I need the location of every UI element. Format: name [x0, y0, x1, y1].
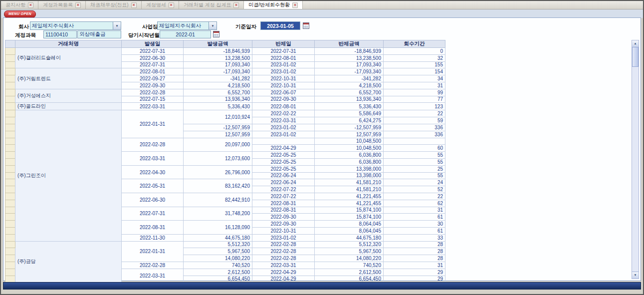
- occur-amount-cell[interactable]: 12,507,959: [184, 131, 252, 138]
- repay-date-cell[interactable]: 2022-05-25: [252, 152, 315, 159]
- repay-amount-cell[interactable]: 5,336,430: [315, 103, 384, 110]
- row-indicator[interactable]: [5, 54, 15, 61]
- repay-date-cell[interactable]: 2022-07-31: [252, 48, 315, 55]
- repay-date-cell[interactable]: 2022-02-28: [252, 255, 315, 262]
- collect-days-cell[interactable]: 29: [384, 269, 445, 276]
- repay-amount-cell[interactable]: 8,064,045: [315, 221, 384, 228]
- occur-amount-cell[interactable]: 740,520: [184, 262, 252, 269]
- collect-days-cell[interactable]: 28: [384, 255, 445, 262]
- repay-amount-cell[interactable]: 13,238,500: [315, 54, 384, 61]
- occur-amount-cell[interactable]: 20,097,000: [184, 138, 252, 152]
- row-indicator[interactable]: [5, 96, 15, 103]
- repay-amount-cell[interactable]: 8,064,045: [315, 227, 384, 234]
- tab-notice[interactable]: 공지사항 ×: [1, 1, 38, 9]
- collect-days-cell[interactable]: 61: [384, 227, 445, 234]
- tab-close-icon[interactable]: ×: [131, 2, 137, 8]
- row-indicator[interactable]: [5, 89, 15, 96]
- company-select[interactable]: 제일제지주식회사 ▼: [30, 21, 121, 30]
- repay-date-cell[interactable]: 2022-10-31: [252, 75, 315, 82]
- repay-amount-cell[interactable]: 41,581,210: [315, 179, 384, 186]
- collect-days-cell[interactable]: 31: [384, 262, 445, 269]
- scroll-up-icon[interactable]: ▲: [632, 40, 639, 47]
- collect-days-cell[interactable]: 336: [384, 124, 445, 131]
- occur-date-cell[interactable]: 2022-05-31: [122, 179, 184, 193]
- calendar-icon[interactable]: [213, 31, 219, 37]
- occur-date-cell[interactable]: 2022-03-31: [122, 103, 184, 110]
- repay-date-cell[interactable]: 2022-04-29: [252, 276, 315, 283]
- repay-date-cell[interactable]: 2023-01-02: [252, 68, 315, 75]
- repay-amount-cell[interactable]: -17,093,340: [315, 68, 384, 75]
- repay-amount-cell[interactable]: 6,654,450: [315, 276, 384, 283]
- row-indicator[interactable]: [5, 227, 15, 234]
- row-indicator[interactable]: [5, 61, 15, 68]
- repay-date-cell[interactable]: 2022-08-01: [252, 103, 315, 110]
- repay-date-cell[interactable]: 2022-03-31: [252, 117, 315, 124]
- repay-date-cell[interactable]: 2022-06-07: [252, 89, 315, 96]
- occur-amount-cell[interactable]: 44,675,180: [184, 234, 252, 241]
- row-indicator[interactable]: [5, 131, 15, 138]
- repay-date-cell[interactable]: 2022-09-30: [252, 96, 315, 103]
- repay-date-cell[interactable]: 2022-08-31: [252, 200, 315, 207]
- collect-days-cell[interactable]: 29: [384, 276, 445, 283]
- repay-amount-cell[interactable]: 2,612,500: [315, 269, 384, 276]
- repay-amount-cell[interactable]: 6,036,800: [315, 152, 384, 159]
- repay-amount-cell[interactable]: 17,093,340: [315, 61, 384, 68]
- occur-amount-cell[interactable]: 31,748,200: [184, 207, 252, 221]
- repay-amount-cell[interactable]: 6,424,275: [315, 117, 384, 124]
- tab-customer-account-summary[interactable]: 거래처별 계정 집계표 ×: [179, 1, 244, 9]
- collect-days-cell[interactable]: 155: [384, 61, 445, 68]
- occur-date-cell[interactable]: 2022-02-28: [122, 138, 184, 152]
- repay-amount-cell[interactable]: 5,512,320: [315, 241, 384, 248]
- repay-amount-cell[interactable]: 13,936,340: [315, 96, 384, 103]
- repay-amount-cell[interactable]: 44,675,180: [315, 234, 384, 241]
- collect-days-cell[interactable]: 0: [384, 48, 445, 55]
- row-indicator[interactable]: [5, 145, 15, 152]
- grid-row[interactable]: (주)거림트렌드2022-08-01-17,093,3402023-01-02-…: [5, 68, 445, 75]
- row-indicator[interactable]: [5, 152, 15, 159]
- col-header-repay-date[interactable]: 반제일: [252, 40, 315, 48]
- repay-date-cell[interactable]: 2022-03-31: [252, 262, 315, 269]
- collect-days-cell[interactable]: 52: [384, 186, 445, 193]
- occur-date-cell[interactable]: 2022-11-30: [122, 234, 184, 241]
- repay-date-cell[interactable]: 2022-02-22: [252, 110, 315, 117]
- collect-days-cell[interactable]: 99: [384, 89, 445, 96]
- occur-date-cell[interactable]: 2022-02-28: [122, 262, 184, 269]
- repay-amount-cell[interactable]: 6,552,700: [315, 89, 384, 96]
- occur-date-cell[interactable]: 2022-07-31: [122, 61, 184, 68]
- repay-date-cell[interactable]: 2022-06-24: [252, 179, 315, 186]
- grid-row[interactable]: (주)골드라인2022-03-315,336,4302022-08-015,33…: [5, 103, 445, 110]
- chevron-down-icon[interactable]: ▼: [113, 22, 121, 29]
- occur-amount-cell[interactable]: 16,128,090: [184, 221, 252, 235]
- col-header-collect-days[interactable]: 회수기간: [384, 40, 445, 48]
- occur-amount-cell[interactable]: 12,073,600: [184, 152, 252, 166]
- col-header-occur-amount[interactable]: 발생금액: [184, 40, 252, 48]
- occur-amount-cell[interactable]: 5,336,430: [184, 103, 252, 110]
- repay-date-cell[interactable]: 2022-07-22: [252, 193, 315, 200]
- base-date-input[interactable]: [260, 21, 300, 30]
- row-indicator[interactable]: [5, 241, 15, 248]
- repay-amount-cell[interactable]: 6,036,800: [315, 158, 384, 165]
- row-indicator[interactable]: [5, 269, 15, 276]
- occur-date-cell[interactable]: 2022-07-31: [122, 48, 184, 55]
- grid-row[interactable]: (주)거성에스지2022-02-286,552,7002022-06-076,5…: [5, 89, 445, 96]
- repay-date-cell[interactable]: 2022-08-01: [252, 54, 315, 61]
- row-indicator[interactable]: [5, 255, 15, 262]
- tab-close-icon[interactable]: ×: [292, 2, 298, 8]
- repay-amount-cell[interactable]: -12,507,959: [315, 124, 384, 131]
- collect-days-cell[interactable]: 59: [384, 117, 445, 124]
- repay-amount-cell[interactable]: 41,581,210: [315, 186, 384, 193]
- row-indicator[interactable]: [5, 262, 15, 269]
- repay-date-cell[interactable]: 2023-01-02: [252, 234, 315, 241]
- row-indicator[interactable]: [5, 193, 15, 200]
- repay-date-cell[interactable]: 2022-10-31: [252, 82, 315, 89]
- occur-amount-cell[interactable]: 26,796,000: [184, 165, 252, 179]
- row-indicator[interactable]: [5, 200, 15, 207]
- repay-date-cell[interactable]: 2022-07-22: [252, 186, 315, 193]
- occur-amount-cell[interactable]: 14,080,220: [184, 255, 252, 262]
- collect-days-cell[interactable]: 55: [384, 158, 445, 165]
- repay-date-cell[interactable]: 2022-09-30: [252, 214, 315, 221]
- repay-date-cell[interactable]: 2022-06-24: [252, 172, 315, 179]
- collect-days-cell[interactable]: 22: [384, 193, 445, 200]
- account-name-input[interactable]: [77, 30, 121, 38]
- row-indicator[interactable]: [5, 124, 15, 131]
